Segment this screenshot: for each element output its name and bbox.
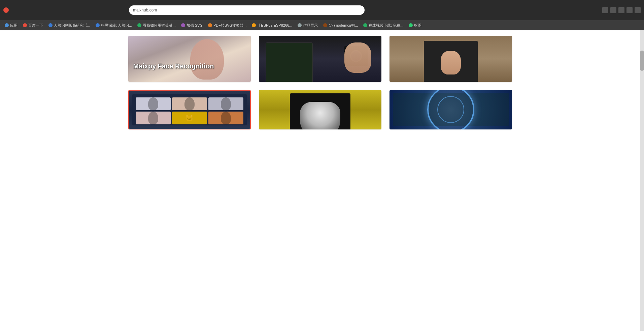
- browser-favicon: [3, 7, 9, 13]
- bookmark-icon-0: [5, 23, 9, 27]
- bookmark-label-11: 抠图: [414, 23, 421, 28]
- bookmark-icon-10: [363, 23, 367, 27]
- url-text: maixhub.com: [133, 8, 157, 12]
- bookmark-icon-9: [323, 23, 327, 27]
- card-card-5[interactable]: 0.70:Siberian huskyClassifierMobilenetmo…: [259, 90, 381, 129]
- bookmark-item-9[interactable]: (八) nodemcu初...: [321, 22, 360, 29]
- bookmark-icon-2: [48, 23, 53, 27]
- bookmark-item-11[interactable]: 抠图: [407, 22, 423, 29]
- card-body-3: MaixMaixpyDetectoryolo-tinyv2 face detec…: [129, 129, 250, 129]
- bookmark-item-5[interactable]: 加强 SVG: [179, 22, 205, 29]
- bookmark-item-6[interactable]: PDF转SVG转换器...: [206, 22, 248, 29]
- scrollbar[interactable]: [640, 30, 644, 331]
- browser-icon-1[interactable]: [602, 7, 608, 13]
- bookmark-item-2[interactable]: 人脸识别长高研究【...: [46, 22, 92, 29]
- browser-icon-5[interactable]: [635, 7, 641, 13]
- browser-icon-2[interactable]: [610, 7, 616, 13]
- bookmark-icon-5: [181, 23, 185, 27]
- cards-grid: Maixpy Face RecognitionFace RecongitionM…: [68, 30, 573, 138]
- bookmark-icon-4: [137, 23, 141, 27]
- bookmark-label-5: 加强 SVG: [187, 23, 203, 28]
- bookmark-label-0: 应用: [10, 23, 18, 28]
- bookmark-label-1: 百度一下: [28, 23, 43, 28]
- bookmark-label-10: 在线视频下载: 免费...: [369, 23, 403, 28]
- bookmark-icon-6: [208, 23, 212, 27]
- card-image-classifier: [389, 90, 512, 129]
- bookmark-item-10[interactable]: 在线视频下载: 免费...: [361, 22, 405, 29]
- bookmark-icon-8: [298, 23, 302, 27]
- bookmark-label-8: 作品展示: [303, 23, 318, 28]
- card-image-yolo: 🐱: [129, 91, 250, 129]
- browser-icon-3[interactable]: [618, 7, 624, 13]
- page-content: Maixpy Face RecognitionFace RecongitionM…: [0, 30, 640, 331]
- bookmark-item-0[interactable]: 应用: [3, 22, 20, 29]
- card-image-face1: Maixpy Face Recognition: [128, 36, 251, 82]
- bookmark-label-7: 【ESP32,ESP8266...: [257, 23, 292, 28]
- card-card-6[interactable]: ClassifierMaix Self-learn Classifier Mod…: [389, 90, 512, 129]
- card-image-face2: [259, 36, 381, 82]
- browser-icon-4[interactable]: [626, 7, 633, 13]
- bookmarks-bar: 应用百度一下人脸识别长高研究【...格灵深瞳: 人脸识...看我如何用树莓派..…: [0, 20, 644, 30]
- bookmark-icon-7: [252, 23, 256, 27]
- bookmark-label-9: (八) nodemcu初...: [329, 23, 358, 28]
- bookmark-icon-3: [96, 23, 100, 27]
- bookmark-label-4: 看我如何用树莓派...: [143, 23, 175, 28]
- bookmark-item-3[interactable]: 格灵深瞳: 人脸识...: [94, 22, 134, 29]
- card-card-1[interactable]: Maixpy Face RecognitionFace RecongitionM…: [128, 36, 251, 82]
- browser-chrome: maixhub.com: [0, 0, 644, 20]
- card-card-2[interactable]: Face RecongitionMaix-Face-Recognition-Ua…: [259, 36, 381, 82]
- scrollbar-thumb[interactable]: [640, 51, 644, 71]
- bookmark-item-1[interactable]: 百度一下: [21, 22, 45, 29]
- bookmark-label-2: 人脸识别长高研究【...: [54, 23, 90, 28]
- card-card-4[interactable]: 🐱MaixMaixpyDetectoryolo-tinyv2 face dete…: [128, 90, 251, 129]
- browser-icons: [602, 7, 641, 13]
- address-bar[interactable]: maixhub.com: [129, 5, 365, 15]
- bookmark-item-8[interactable]: 作品展示: [296, 22, 320, 29]
- card-image-face3: [389, 36, 512, 82]
- card-card-3[interactable]: Face Recognition...Face Recognition demo…: [389, 36, 512, 82]
- bookmark-icon-1: [23, 23, 27, 27]
- bookmark-item-7[interactable]: 【ESP32,ESP8266...: [250, 22, 294, 29]
- bookmark-label-3: 格灵深瞳: 人脸识...: [101, 23, 132, 28]
- bookmark-icon-11: [409, 23, 413, 27]
- card-image-mobilenet: 0.70:Siberian husky: [259, 90, 381, 129]
- bookmark-item-4[interactable]: 看我如何用树莓派...: [135, 22, 177, 29]
- bookmark-label-6: PDF转SVG转换器...: [213, 23, 246, 28]
